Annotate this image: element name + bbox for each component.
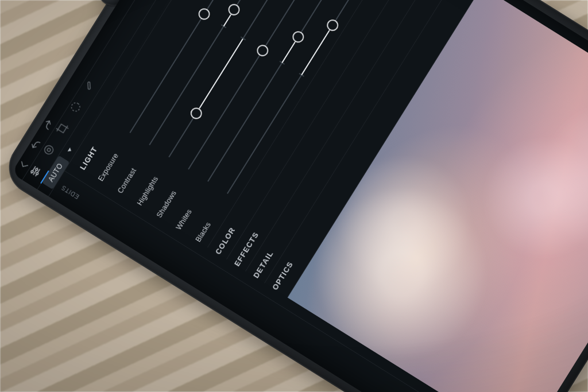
slider-exposure-thumb[interactable] <box>196 6 212 22</box>
svg-point-5 <box>35 168 38 171</box>
slider-shadows-thumb[interactable] <box>254 43 270 59</box>
svg-point-8 <box>47 148 51 152</box>
svg-point-4 <box>30 170 33 173</box>
slider-contrast-thumb[interactable] <box>226 2 242 18</box>
slider-highlights-thumb[interactable] <box>188 106 204 122</box>
slider-whites-thumb[interactable] <box>291 29 307 45</box>
svg-point-6 <box>36 172 38 175</box>
svg-rect-10 <box>88 82 90 90</box>
slider-blacks-thumb[interactable] <box>324 17 341 33</box>
edits-label: EDITS <box>60 184 80 200</box>
svg-point-7 <box>43 144 55 156</box>
svg-point-9 <box>70 101 82 112</box>
chevron-down-icon[interactable] <box>67 148 72 153</box>
